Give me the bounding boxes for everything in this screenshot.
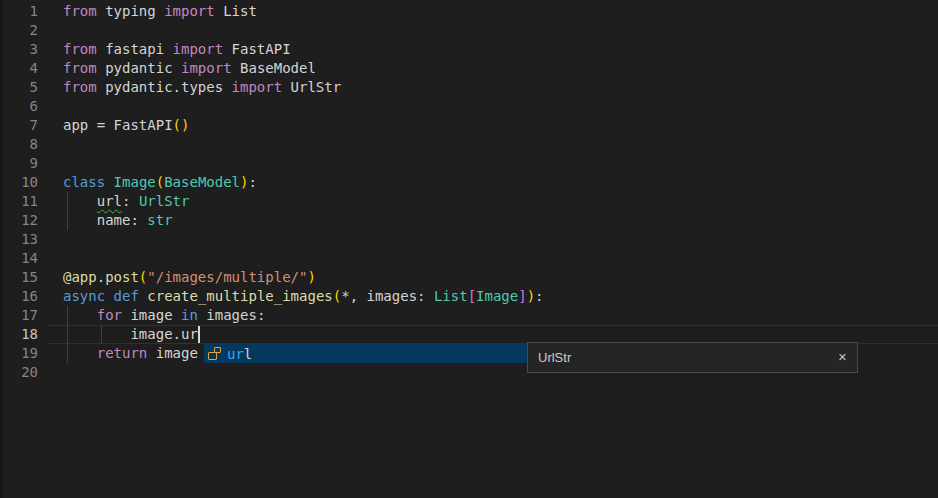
code-text: for image in images: — [63, 306, 265, 325]
code-line[interactable]: 7app = FastAPI() — [0, 116, 938, 135]
line-number[interactable]: 5 — [0, 78, 38, 97]
code-line[interactable]: 13 — [0, 230, 938, 249]
suggestion-label-rest: l — [244, 346, 252, 362]
line-number[interactable]: 9 — [0, 154, 38, 173]
suggestion-label-match: ur — [227, 346, 244, 362]
code-text: return image — [63, 344, 198, 363]
code-line[interactable]: 5from pydantic.types import UrlStr — [0, 78, 938, 97]
line-number[interactable]: 19 — [0, 344, 38, 363]
line-number[interactable]: 1 — [0, 2, 38, 21]
text-cursor — [198, 326, 200, 343]
code-lines: 1from typing import List23from fastapi i… — [0, 2, 938, 382]
code-text: name: str — [63, 211, 173, 230]
line-number[interactable]: 14 — [0, 249, 38, 268]
code-text: from fastapi import FastAPI — [63, 40, 291, 59]
line-number[interactable]: 13 — [0, 230, 38, 249]
code-text: app = FastAPI() — [63, 116, 189, 135]
code-line[interactable]: 17 for image in images: — [0, 306, 938, 325]
suggestion-detail-text: UrlStr — [538, 350, 838, 365]
code-text: from pydantic import BaseModel — [63, 59, 316, 78]
code-line[interactable]: 10class Image(BaseModel): — [0, 173, 938, 192]
code-line[interactable]: 15@app.post("/images/multiple/") — [0, 268, 938, 287]
code-line[interactable]: 1from typing import List — [0, 2, 938, 21]
line-number[interactable]: 2 — [0, 21, 38, 40]
code-text: image.ur — [63, 325, 198, 344]
suggestion-item-url[interactable]: ur l — [204, 344, 527, 363]
code-text: class Image(BaseModel): — [63, 173, 257, 192]
code-line[interactable]: 9 — [0, 154, 938, 173]
field-icon — [208, 347, 222, 360]
line-number[interactable]: 12 — [0, 211, 38, 230]
line-number[interactable]: 10 — [0, 173, 38, 192]
code-text: @app.post("/images/multiple/") — [63, 268, 316, 287]
line-number[interactable]: 18 — [0, 325, 38, 344]
code-line[interactable]: 3from fastapi import FastAPI — [0, 40, 938, 59]
code-line[interactable]: 2 — [0, 21, 938, 40]
suggestion-detail-pane: UrlStr ✕ — [527, 342, 858, 373]
line-number[interactable]: 8 — [0, 135, 38, 154]
code-line[interactable]: 14 — [0, 249, 938, 268]
line-number[interactable]: 11 — [0, 192, 38, 211]
code-text: async def create_multiple_images(*, imag… — [63, 287, 544, 306]
code-text: from typing import List — [63, 2, 257, 21]
code-line[interactable]: 16async def create_multiple_images(*, im… — [0, 287, 938, 306]
line-number[interactable]: 4 — [0, 59, 38, 78]
code-line[interactable]: 11 url: UrlStr — [0, 192, 938, 211]
line-number[interactable]: 20 — [0, 363, 38, 382]
code-editor-screenshot: { "colors": { "editor_background": "#1e1… — [0, 0, 938, 498]
line-number[interactable]: 17 — [0, 306, 38, 325]
line-number[interactable]: 16 — [0, 287, 38, 306]
code-line[interactable]: 8 — [0, 135, 938, 154]
line-number[interactable]: 15 — [0, 268, 38, 287]
code-line[interactable]: 12 name: str — [0, 211, 938, 230]
code-line[interactable]: 4from pydantic import BaseModel — [0, 59, 938, 78]
line-number[interactable]: 6 — [0, 97, 38, 116]
line-number[interactable]: 3 — [0, 40, 38, 59]
code-text: from pydantic.types import UrlStr — [63, 78, 341, 97]
close-icon[interactable]: ✕ — [838, 351, 847, 364]
line-number[interactable]: 7 — [0, 116, 38, 135]
code-line[interactable]: 6 — [0, 97, 938, 116]
code-text: url: UrlStr — [63, 192, 189, 211]
